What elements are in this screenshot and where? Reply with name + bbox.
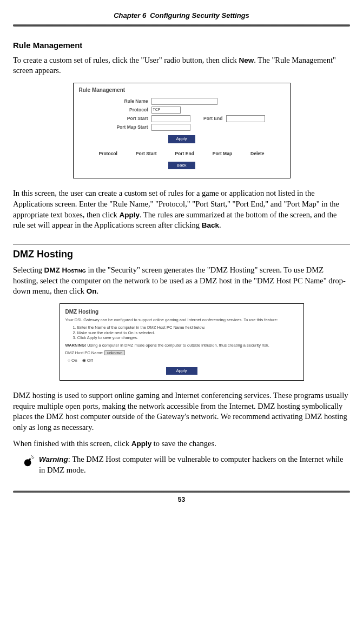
- protocol-select[interactable]: TCP: [151, 107, 181, 114]
- port-start-label: Port Start: [106, 116, 151, 122]
- text: DMZ: [258, 402, 275, 410]
- apply-label: Apply: [120, 211, 140, 219]
- port-start-input[interactable]: [151, 115, 190, 122]
- rule-management-screenshot: Rule Management Rule Name Protocol TCP P…: [73, 83, 291, 179]
- dmz-host-row: DMZ Host PC Name: unknown: [65, 350, 298, 356]
- dmz-intro-text: Your DSL Gateway can be configured to su…: [65, 317, 298, 323]
- dmz-step-3: 3. Click Apply to save your changes.: [73, 335, 298, 341]
- rm-columns: Protocol Port Start Port End Port Map De…: [90, 151, 274, 157]
- warning-block: Warning: The DMZ Host computer will be v…: [23, 454, 350, 475]
- col-port-start: Port Start: [136, 151, 157, 157]
- dmz-title: DMZ Hosting: [65, 308, 298, 316]
- dmz-radio-group: ○ On ◉ Off: [65, 358, 298, 364]
- text: in the "Security" screen generates the ": [86, 265, 210, 274]
- header-rule: [13, 24, 350, 27]
- text: .: [96, 287, 98, 295]
- text: Host: [274, 276, 293, 285]
- text: Selecting: [13, 265, 44, 274]
- chapter-title: Configuring Security Settings: [150, 11, 249, 19]
- text: DMZ: [46, 412, 63, 421]
- bomb-icon: [23, 455, 35, 467]
- rule-management-desc: In this screen, the user can create a cu…: [13, 188, 350, 230]
- page-number: 53: [13, 495, 350, 504]
- text: To create a custom set of rules, click t…: [13, 56, 237, 64]
- text: DMZ: [210, 265, 228, 274]
- chapter-number: Chapter 6: [114, 11, 146, 19]
- text: : The: [68, 455, 87, 463]
- text: mode.: [64, 466, 85, 474]
- text: to save the changes.: [151, 439, 216, 448]
- chapter-header: Chapter 6 Configuring Security Settings: [13, 11, 350, 21]
- rule-management-heading: Rule Management: [13, 40, 350, 51]
- svg-line-4: [31, 455, 32, 456]
- text: DMZ: [305, 412, 322, 421]
- text: DMZ: [13, 391, 30, 400]
- dmz-host-select[interactable]: unknown: [104, 350, 125, 355]
- dmz-step-1: 1. Enter the Name of the computer in the…: [73, 325, 298, 330]
- col-delete: Delete: [250, 151, 265, 157]
- radio-on-icon[interactable]: ○: [68, 358, 70, 363]
- dmz-desc-2: When finished with this screen, click Ap…: [13, 439, 350, 449]
- text: .: [219, 221, 221, 229]
- text: host in the ": [217, 276, 257, 285]
- port-end-label: Port End: [190, 116, 226, 122]
- warning-text: Warning: The DMZ Host computer will be v…: [39, 454, 350, 475]
- text: DMZ: [47, 466, 64, 474]
- dmz-hosting-screenshot: DMZ Hosting Your DSL Gateway can be conf…: [60, 303, 304, 381]
- dmz-warning: WARNING! Using a computer in DMZ mode op…: [65, 343, 298, 348]
- text: DMZ: [306, 265, 324, 274]
- dmz-intro: Selecting DMZ Hosting in the "Security" …: [13, 265, 350, 297]
- text: Hosting" screen. To use: [228, 265, 306, 274]
- on-label: On: [87, 287, 97, 295]
- radio-off-label: Off: [87, 358, 93, 363]
- dmz-hosting-bold: DMZ Hosting: [44, 266, 86, 274]
- col-port-end: Port End: [175, 151, 194, 157]
- text: hosting, select the computer on the netw…: [13, 276, 200, 285]
- text: When finished with this screen, click: [13, 439, 131, 448]
- protocol-label: Protocol: [106, 107, 151, 113]
- text: DMZ: [200, 276, 217, 285]
- text: DMZ: [257, 276, 274, 285]
- radio-off-icon[interactable]: ◉: [82, 358, 86, 363]
- text: DMZ: [86, 455, 103, 463]
- rm-back-button[interactable]: Back: [168, 162, 195, 170]
- col-protocol: Protocol: [98, 151, 117, 157]
- back-label: Back: [202, 221, 219, 229]
- port-map-start-label: Port Map Start: [106, 124, 151, 130]
- port-map-start-input[interactable]: [151, 124, 190, 131]
- dmz-warn-label: WARNING!: [65, 343, 87, 348]
- dmz-apply-button[interactable]: Apply: [166, 367, 197, 375]
- new-label: New: [239, 56, 254, 64]
- dmz-step-2: 2. Make sure the circle next to On is se…: [73, 330, 298, 336]
- col-port-map: Port Map: [213, 151, 232, 157]
- svg-line-3: [32, 458, 34, 459]
- rule-management-intro: To create a custom set of rules, click t…: [13, 55, 350, 76]
- rule-name-label: Rule Name: [106, 98, 151, 104]
- dmz-warn-text: Using a computer in DMZ mode opens the c…: [86, 343, 269, 348]
- footer-rule: [13, 490, 350, 493]
- text: host computer outside of the Gateway's n…: [63, 412, 305, 421]
- rm-apply-button[interactable]: Apply: [168, 135, 195, 143]
- rm-form: Rule Name Protocol TCP Port Start Port E…: [106, 98, 285, 131]
- dmz-desc-1: DMZ hosting is used to support online ga…: [13, 390, 350, 433]
- svg-line-2: [32, 456, 34, 457]
- apply-label: Apply: [131, 440, 152, 448]
- radio-on-label: On: [71, 358, 77, 363]
- dmz-host-label: DMZ Host PC Name:: [65, 350, 103, 355]
- dmz-hosting-heading: DMZ Hosting: [13, 244, 350, 261]
- rule-name-input[interactable]: [151, 98, 217, 105]
- port-end-input[interactable]: [226, 115, 265, 122]
- rm-title: Rule Management: [79, 87, 285, 94]
- text: PC: [293, 276, 303, 285]
- dmz-steps: 1. Enter the Name of the computer in the…: [73, 325, 298, 341]
- warning-label: Warning: [39, 455, 68, 463]
